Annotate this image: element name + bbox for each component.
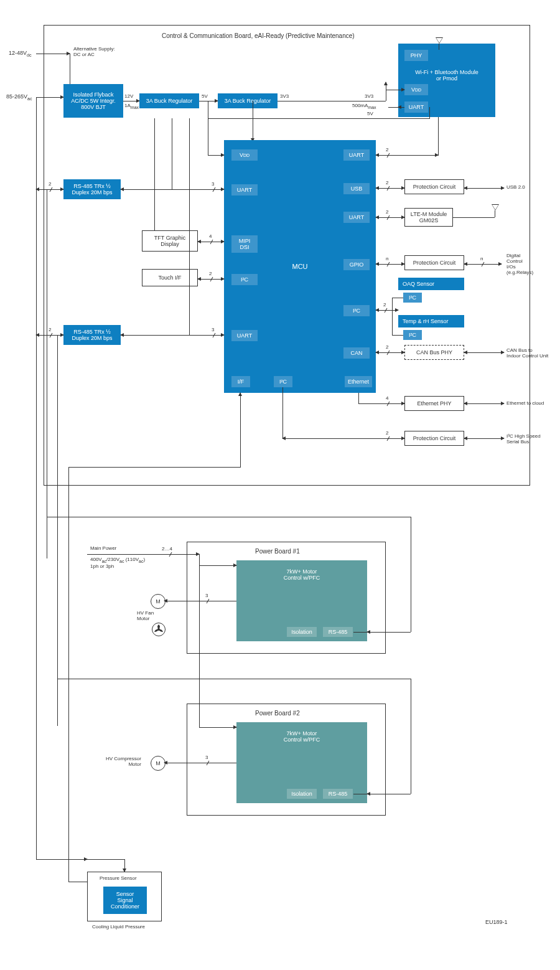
rs485a-to-mcu	[121, 189, 224, 190]
main-power-label: Main Power	[90, 545, 116, 551]
ac-input-label: 85-265Vac	[6, 93, 32, 101]
digio-ext: Digital Control I/Os (e.g.Relays)	[506, 253, 533, 275]
pb2-power-vert	[199, 554, 200, 727]
oaq-i2c: I²C	[403, 293, 422, 303]
oaq-block: OAQ Sensor	[398, 278, 464, 290]
one-a: 1Amax	[124, 103, 139, 110]
buck2-block: 3A Buck Regulator	[218, 93, 278, 108]
flyback-to-buck1	[123, 101, 139, 101]
tft-5v	[154, 118, 155, 230]
wifi-antenna-stick	[439, 44, 439, 50]
eth-line-a	[358, 403, 404, 404]
wifi-vdd-line	[386, 90, 404, 90]
pb1-rs-out-h	[353, 632, 411, 633]
pb1-iso: Isolation	[286, 626, 317, 638]
i2c-bus-vert	[392, 298, 393, 335]
control-board-title: Control & Communication Board, eAI-Ready…	[162, 32, 355, 39]
mcu-mipi: MIPI DSI	[231, 235, 258, 253]
eth-line-b	[464, 403, 504, 404]
pb1-motor-3: 3	[205, 593, 208, 598]
buck1-to-buck2	[199, 101, 218, 101]
alt-supply-vert	[70, 54, 70, 84]
hv-fan-label: HV Fan Motor	[137, 610, 154, 621]
dc-input-label: 12-48Vdc	[9, 50, 31, 57]
i2c-temp-stub	[392, 335, 403, 336]
pb1-rs-out-v	[411, 517, 411, 632]
mcu-vdd-line	[208, 155, 224, 156]
mcu-label: MCU	[292, 263, 307, 270]
bus3-b: 3	[212, 327, 214, 332]
bus2-can: 2	[386, 344, 388, 350]
fan-icon	[152, 623, 166, 636]
wifi-antenna-icon	[436, 37, 443, 44]
bus2-lte: 2	[386, 209, 388, 215]
pb2-rs485: RS-485	[322, 788, 353, 799]
three-three-b: 3V3	[365, 93, 373, 99]
five-v-b: 5V	[367, 111, 373, 116]
pb1-rs485: RS-485	[322, 626, 353, 638]
bus4-tft: 4	[209, 233, 212, 239]
bus2-touch: 2	[209, 271, 212, 276]
temp-i2c: I²C	[403, 330, 422, 340]
bus2-a1: 2	[49, 181, 51, 187]
mcu-uart-r2: UART	[343, 212, 370, 223]
temp-block: Temp & rH Sensor	[398, 315, 464, 327]
pressure-title: Pressure Sensor	[100, 875, 137, 881]
flyback-block: Isolated Flyback AC/DC 5W Integr. 800V B…	[63, 84, 123, 118]
i3c-line-a	[282, 438, 404, 439]
eth-phy: Ethernet PHY	[404, 396, 464, 411]
pb1-rs-arrow	[367, 632, 373, 633]
pb2-rs-out-top	[57, 679, 411, 679]
bus2-i2c: 2	[383, 302, 386, 308]
motor-letter-fan: M	[156, 598, 161, 605]
pb2-mc-title: 7kW+ Motor Control w/PFC	[237, 730, 366, 743]
mcu-vdd-drop	[208, 118, 208, 156]
gpio-line-a	[376, 264, 404, 265]
mcu-usb: USB	[343, 183, 370, 194]
pb2-motor-line	[164, 763, 236, 763]
if-vert-long	[68, 467, 69, 882]
mcu-eth: Ethernet	[345, 376, 372, 387]
rs485b-5v	[189, 118, 190, 335]
mcu-uart1: UART	[231, 184, 258, 195]
uart-wifi-line	[376, 155, 438, 156]
mcu-i2c-r: I²C	[343, 305, 370, 316]
wifi-uart: UART	[404, 101, 428, 113]
lte-antenna-stick	[495, 210, 495, 217]
busn-gpio: n	[386, 256, 388, 261]
rs485-a: RS-485 TRx ½ Duplex 20M bps	[63, 179, 121, 199]
eth-ext: Ethernet to cloud	[506, 400, 544, 406]
usb-line-a	[376, 188, 404, 189]
dc-line	[36, 54, 70, 54]
bus2-i3c: 2	[386, 430, 388, 436]
alt-supply-label: Alternative Supply: DC or AC	[73, 46, 115, 57]
mcu-uart2: UART	[231, 330, 258, 341]
pb2-rs-out-v	[411, 679, 411, 794]
usb-ext: USB 2.0	[506, 184, 525, 190]
lte-line	[376, 217, 404, 218]
i3c-line-b	[464, 438, 504, 439]
motor-letter-comp: M	[156, 760, 161, 766]
pb1-title: Power Board #1	[255, 548, 300, 555]
three-three-line	[278, 101, 386, 101]
pressure-conditioner: Sensor Signal Conditioner	[103, 887, 147, 914]
noop	[47, 558, 47, 558]
rs485a-5v	[172, 118, 172, 189]
doc-id: EU189-1	[485, 919, 508, 925]
can-line-a	[376, 352, 404, 353]
three-three: 3V3	[280, 93, 289, 99]
pb1-power-in	[199, 565, 236, 566]
rs485b-ext-vert	[57, 335, 58, 726]
if-horiz	[68, 467, 240, 468]
mcu-vdd: VDD	[231, 149, 258, 161]
mcu-i2c-bottom: I²C	[274, 376, 292, 387]
can-line-b	[464, 352, 504, 353]
mcu-gpio: GPIO	[343, 259, 370, 270]
pressure-caption: Cooling Liquid Pressure	[92, 924, 145, 930]
pressure-in	[124, 859, 125, 872]
pb2-rs-arrow	[367, 794, 373, 794]
wifi-uart-drop	[429, 107, 430, 119]
vdd-feed	[253, 101, 253, 141]
mcu-if: I/F	[231, 376, 250, 387]
pb1-motor-line	[164, 601, 236, 601]
